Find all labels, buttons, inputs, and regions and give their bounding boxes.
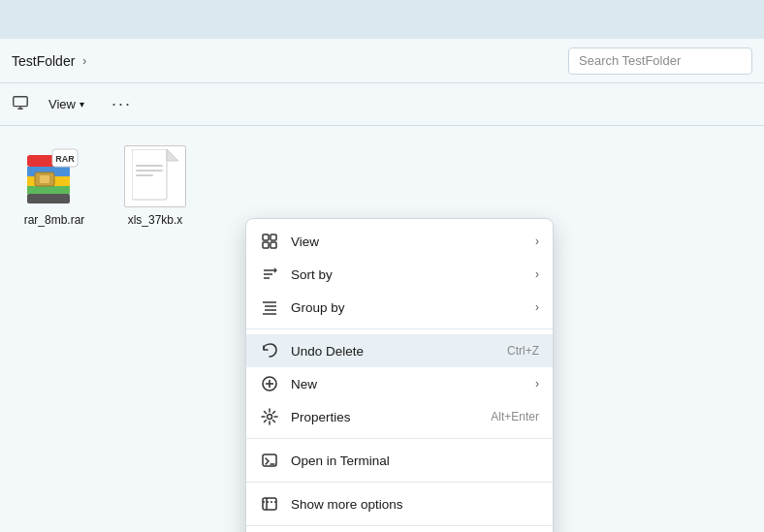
new-arrow-icon: › — [535, 377, 539, 391]
context-menu: View › Sort by › — [245, 218, 554, 532]
divider-1 — [246, 329, 553, 329]
view-label: View — [48, 97, 76, 111]
view-menu-label: View — [291, 235, 524, 249]
menu-item-properties[interactable]: Properties Alt+Enter — [246, 400, 553, 433]
view-arrow-icon: › — [535, 235, 539, 248]
undo-icon — [260, 341, 279, 360]
properties-label: Properties — [291, 410, 479, 424]
view-button[interactable]: View ▾ — [41, 93, 92, 115]
new-icon — [260, 374, 279, 393]
undodelete-label: Undo Delete — [291, 344, 495, 359]
file-item-xls[interactable]: xls_37kb.x — [116, 145, 194, 227]
groupby-icon — [260, 297, 279, 317]
svg-rect-19 — [263, 235, 269, 240]
view-chevron-icon: ▾ — [80, 99, 84, 110]
showmore-icon — [260, 494, 279, 514]
groupby-arrow-icon: › — [535, 300, 539, 314]
svg-rect-22 — [271, 242, 276, 248]
menu-item-view[interactable]: View › — [246, 225, 553, 258]
svg-rect-18 — [136, 174, 153, 176]
new-label: New — [291, 377, 524, 391]
view-icon — [12, 94, 29, 115]
rar-file-label: rar_8mb.rar — [24, 213, 85, 227]
menu-item-sortby[interactable]: Sort by › — [246, 258, 553, 291]
search-box[interactable]: Search TestFolder — [568, 47, 752, 75]
menu-item-showmore[interactable]: Show more options — [246, 487, 553, 520]
toolbar: View ▾ ··· — [0, 83, 764, 126]
file-area: RAR rar_8mb.rar xls_37kb.x — [0, 126, 764, 532]
sortby-icon — [260, 265, 279, 284]
xls-file-label: xls_37kb.x — [128, 213, 183, 227]
divider-4 — [246, 525, 553, 526]
showmore-label: Show more options — [291, 497, 539, 512]
properties-icon — [260, 407, 279, 426]
menu-item-new[interactable]: New › — [246, 367, 553, 400]
menu-item-groupby[interactable]: Group by › — [246, 291, 553, 324]
groupby-label: Group by — [291, 300, 524, 315]
sortby-arrow-icon: › — [535, 267, 539, 281]
breadcrumb-chevron: › — [82, 54, 86, 68]
svg-rect-17 — [136, 170, 163, 172]
svg-rect-7 — [27, 186, 70, 194]
search-placeholder: Search TestFolder — [579, 53, 681, 68]
svg-text:RAR: RAR — [55, 154, 75, 164]
view-menu-icon — [260, 232, 279, 251]
menu-item-undodelete[interactable]: Undo Delete Ctrl+Z — [246, 334, 553, 367]
svg-rect-16 — [136, 165, 163, 167]
svg-point-33 — [268, 415, 272, 420]
breadcrumb[interactable]: TestFolder — [12, 53, 75, 69]
undodelete-shortcut: Ctrl+Z — [507, 344, 539, 358]
divider-3 — [246, 482, 553, 483]
terminal-icon — [260, 451, 279, 470]
svg-rect-20 — [271, 235, 276, 240]
top-bar — [0, 0, 764, 39]
rar-icon: RAR — [23, 145, 85, 207]
divider-2 — [246, 438, 553, 439]
properties-shortcut: Alt+Enter — [491, 410, 539, 423]
address-bar: TestFolder › Search TestFolder — [0, 39, 764, 83]
svg-rect-21 — [263, 242, 269, 248]
sortby-label: Sort by — [291, 267, 524, 282]
svg-rect-10 — [40, 175, 49, 183]
menu-item-terminal[interactable]: Open in Terminal — [246, 444, 553, 477]
svg-rect-8 — [27, 194, 70, 203]
terminal-label: Open in Terminal — [291, 454, 539, 468]
svg-rect-0 — [14, 96, 27, 106]
file-item-rar[interactable]: RAR rar_8mb.rar — [16, 145, 93, 227]
xls-icon — [124, 145, 186, 207]
svg-rect-36 — [263, 498, 276, 510]
more-options-button[interactable]: ··· — [104, 90, 140, 118]
